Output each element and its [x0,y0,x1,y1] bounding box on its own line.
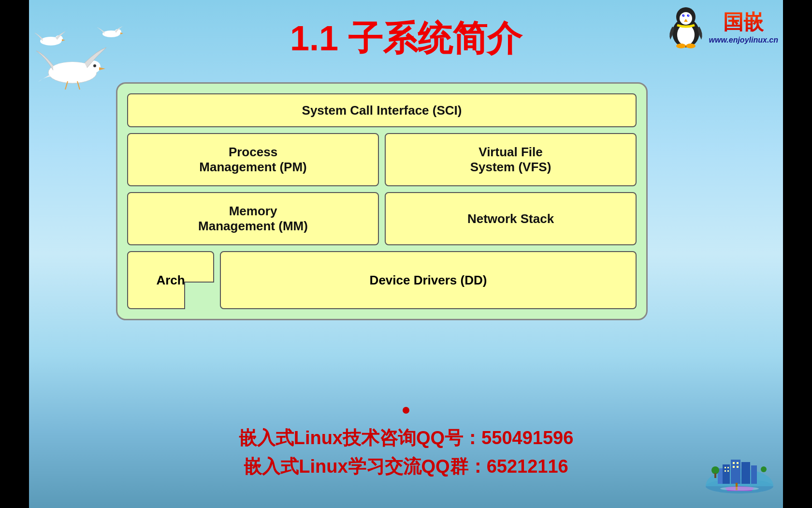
arch-dd-row: Arch Device Drivers (DD) [127,251,637,309]
svg-point-25 [686,44,696,48]
bottom-section: 嵌入式Linux技术咨询QQ号：550491596 嵌入式Linux学习交流QQ… [29,426,783,479]
svg-point-21 [683,15,684,15]
pm-vfs-row: Process Management (PM) Virtual File Sys… [127,133,637,186]
bottom-text-2: 嵌入式Linux学习交流QQ群：65212116 [244,454,568,479]
svg-point-16 [680,12,692,25]
dd-box: Device Drivers (DD) [220,251,637,309]
sci-row: System Call Interface (SCI) [127,93,637,127]
mm-network-row: Memory Management (MM) Network Stack [127,192,637,245]
network-box: Network Stack [385,192,637,245]
logo-url: www.enjoylinux.cn [709,36,778,45]
nav-dot[interactable] [403,407,409,414]
arch-box: Arch [127,251,214,309]
svg-point-22 [688,15,689,15]
diagram-container: System Call Interface (SCI) Process Mana… [116,82,648,320]
right-bar [783,0,812,508]
sci-box: System Call Interface (SCI) [127,93,637,127]
page-title: 1.1 子系统简介 [290,15,522,62]
svg-point-20 [687,15,689,17]
left-bar [0,0,29,508]
svg-point-24 [676,44,686,48]
logo-area: 国嵌 www.enjoylinux.cn [666,5,778,48]
vfs-box: Virtual File System (VFS) [385,133,637,186]
logo-text-block: 国嵌 www.enjoylinux.cn [709,9,778,45]
logo-brand: 国嵌 [723,9,764,36]
penguin-logo [666,5,707,48]
mm-box: Memory Management (MM) [127,192,379,245]
svg-point-44 [720,487,759,491]
bottom-text-1: 嵌入式Linux技术咨询QQ号：550491596 [239,426,574,450]
svg-point-19 [682,15,684,17]
pm-box: Process Management (PM) [127,133,379,186]
